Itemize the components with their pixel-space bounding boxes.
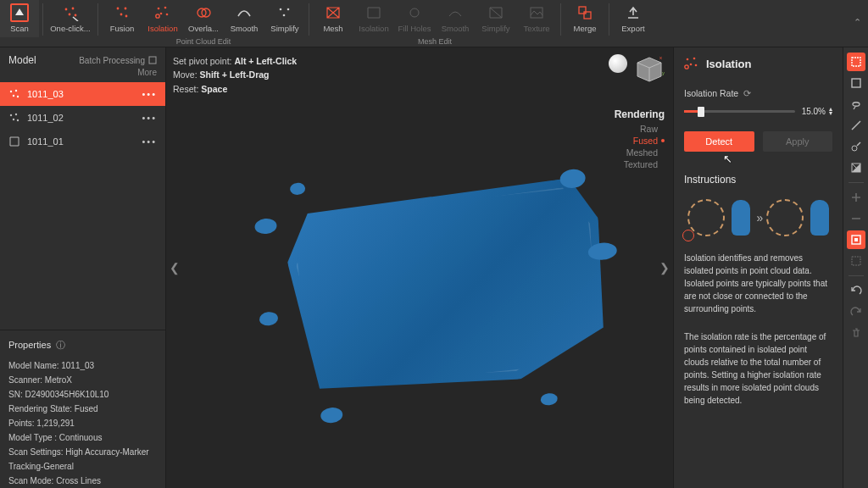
scan-button[interactable]: Scan <box>0 0 39 37</box>
svg-point-4 <box>117 8 120 10</box>
prop-row: Scan Settings: High Accuracy-Marker Trac… <box>8 445 157 474</box>
rail-sub-icon[interactable] <box>847 209 865 228</box>
svg-rect-20 <box>579 7 586 14</box>
refresh-icon[interactable]: ⟳ <box>743 88 751 98</box>
item-menu-icon[interactable]: ••• <box>142 113 157 123</box>
item-menu-icon[interactable]: ••• <box>142 136 157 147</box>
mesh-icon <box>8 136 20 147</box>
svg-rect-44 <box>852 257 860 265</box>
smooth-button[interactable]: Smooth <box>224 0 264 37</box>
svg-rect-22 <box>149 57 156 64</box>
rail-line-icon[interactable] <box>847 116 865 135</box>
svg-point-9 <box>164 7 167 9</box>
model-item-label: 1011_03 <box>27 89 64 99</box>
mesh-simplify-button: Simplify <box>476 0 516 37</box>
rail-redo-icon[interactable] <box>847 302 865 321</box>
svg-point-36 <box>695 64 698 67</box>
prop-row: SN: D24900345H6K10L10 <box>8 387 157 402</box>
svg-point-24 <box>15 90 17 92</box>
rail-select-square-icon[interactable] <box>847 74 865 92</box>
model-panel: Model Batch Processing More 1011_03••• 1… <box>0 47 166 488</box>
svg-point-26 <box>17 96 19 97</box>
pointcloud-icon <box>8 88 20 100</box>
detect-button[interactable]: Detect <box>684 131 754 152</box>
render-opt-fused[interactable]: Fused <box>633 136 665 146</box>
rail-lasso-icon[interactable] <box>847 95 865 114</box>
toolbar-collapse-icon[interactable]: ⌃ <box>854 17 861 28</box>
rate-label: Isolation Rate <box>684 88 738 98</box>
render-opt-textured[interactable]: Textured <box>624 159 665 169</box>
svg-point-34 <box>693 58 696 60</box>
texture-button: Texture <box>516 0 557 37</box>
rail-clear-icon[interactable] <box>847 252 865 270</box>
properties-title: Properties <box>8 337 51 353</box>
rail-add-icon[interactable] <box>847 188 865 207</box>
prop-row: Model Type : Continuous <box>8 430 157 445</box>
svg-point-30 <box>17 119 19 121</box>
viewport-prev-icon[interactable]: ❮ <box>170 261 180 274</box>
svg-point-8 <box>158 8 160 10</box>
svg-text:x: x <box>659 55 662 60</box>
mesh-smooth-button: Smooth <box>435 0 476 37</box>
oneclick-button[interactable]: One-click... <box>47 0 94 37</box>
rail-delete-icon[interactable] <box>847 324 865 342</box>
svg-point-6 <box>120 14 123 16</box>
rendering-controls: xy Rendering Raw Fused Meshed Textured <box>609 54 665 169</box>
svg-point-2 <box>69 14 71 16</box>
rail-undo-icon[interactable] <box>847 281 865 300</box>
svg-text:y: y <box>662 70 665 75</box>
isolation-icon <box>684 56 699 71</box>
stepper-icon[interactable]: ▴▾ <box>829 108 832 116</box>
main-toolbar: Scan One-click... Fusion Isolation Overl… <box>0 0 868 47</box>
overlap-button[interactable]: Overla... <box>183 0 224 37</box>
export-button[interactable]: Export <box>613 0 654 37</box>
model-item-1011-01[interactable]: 1011_01••• <box>0 130 165 153</box>
isolation-slider[interactable] <box>684 110 795 113</box>
merge-button[interactable]: Merge <box>565 0 605 37</box>
more-link[interactable]: More <box>0 68 165 82</box>
view-cube[interactable]: xy <box>634 54 665 85</box>
item-menu-icon[interactable]: ••• <box>142 89 157 99</box>
viewport-next-icon[interactable]: ❯ <box>659 261 670 274</box>
simplify-button[interactable]: Simplify <box>264 0 305 37</box>
properties-panel: Propertiesⓘ Model Name: 1011_03 Scanner:… <box>0 330 165 488</box>
render-opt-meshed[interactable]: Meshed <box>626 147 665 158</box>
rendering-title: Rendering <box>615 108 665 120</box>
apply-button[interactable]: Apply <box>763 131 833 152</box>
instructions-para1: Isolation identifies and removes isolate… <box>684 252 832 315</box>
model-item-1011-02[interactable]: 1011_02••• <box>0 106 165 130</box>
svg-point-25 <box>13 95 14 97</box>
svg-rect-21 <box>584 12 591 19</box>
prop-row: Scan Mode: Cross Lines <box>8 474 157 488</box>
rail-select-rect-icon[interactable] <box>847 53 865 71</box>
prop-row: Model Name: 1011_03 <box>8 358 157 373</box>
svg-point-15 <box>280 8 282 11</box>
svg-point-10 <box>160 13 163 15</box>
rail-brush-icon[interactable] <box>847 137 865 156</box>
pointcloud-icon <box>8 112 20 124</box>
svg-point-5 <box>125 8 127 10</box>
model-item-label: 1011_02 <box>27 113 64 123</box>
instructions-illustration: » <box>684 199 832 236</box>
prop-row: Scanner: MetroX <box>8 373 157 387</box>
render-opt-raw[interactable]: Raw <box>640 124 665 134</box>
batch-processing-link[interactable]: Batch Processing <box>79 56 157 65</box>
material-sphere-icon[interactable] <box>609 54 627 73</box>
svg-point-12 <box>156 14 159 18</box>
isolation-button[interactable]: Isolation <box>142 0 183 37</box>
mesh-button[interactable]: Mesh <box>313 0 353 37</box>
svg-point-0 <box>65 8 68 11</box>
rail-boundary-icon[interactable] <box>847 230 865 249</box>
viewport[interactable]: Set pivot point: Alt + Left-Click Move: … <box>166 47 673 488</box>
svg-point-18 <box>410 8 419 17</box>
fusion-button[interactable]: Fusion <box>102 0 142 37</box>
model-item-1011-03[interactable]: 1011_03••• <box>0 82 165 106</box>
svg-rect-39 <box>852 79 860 87</box>
rail-contrast-icon[interactable] <box>847 158 865 177</box>
mesh-isolation-button: Isolation <box>353 0 394 37</box>
svg-point-29 <box>13 119 14 120</box>
tool-rail <box>843 47 868 488</box>
svg-point-28 <box>15 114 17 115</box>
isolation-value: 15.0% <box>802 107 826 116</box>
info-icon[interactable]: ⓘ <box>56 337 65 353</box>
